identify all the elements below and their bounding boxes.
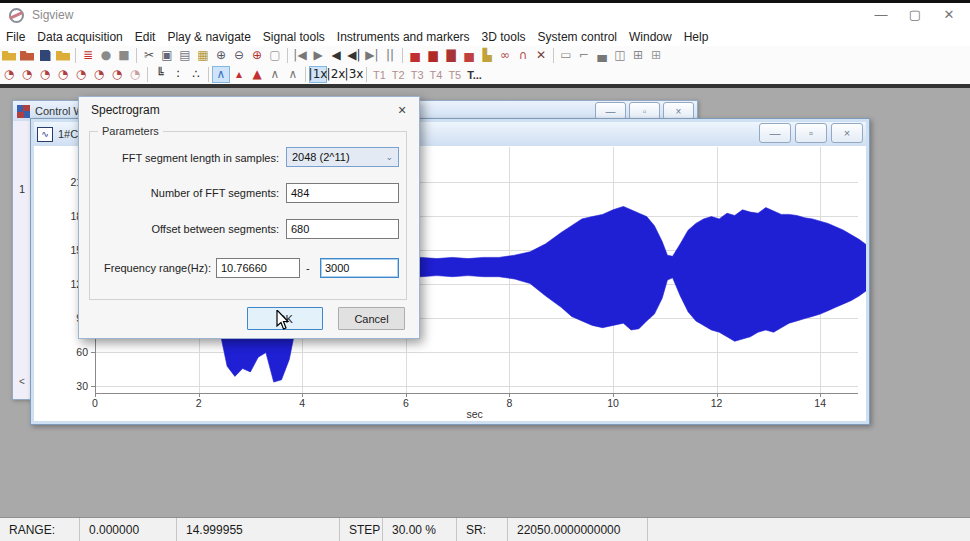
tile-windows-icon[interactable]: ⊞ [647,47,665,64]
control-window-title: Control W [35,105,84,117]
app-maximize-button[interactable]: ▢ [898,3,932,25]
play-audio-icon[interactable]: ◀ [327,47,345,64]
menu-system-control[interactable]: System control [532,30,623,44]
octave-analysis-icon[interactable]: ∩ [514,47,532,64]
menu-edit[interactable]: Edit [129,30,162,44]
go-start-icon[interactable]: |◀ [291,47,309,64]
open-signal-glyph [20,51,34,61]
timer-marker-6-icon[interactable]: ◔ [90,66,108,83]
cancel-button[interactable]: Cancel [338,307,405,330]
timer-marker-7-icon[interactable]: ◔ [108,66,126,83]
menu-play-navigate[interactable]: Play & navigate [161,30,256,44]
zoom-preset-3x-icon[interactable]: |3x [345,66,363,83]
timer-marker-3-icon[interactable]: ◔ [36,66,54,83]
copy-icon[interactable]: ▣ [158,47,176,64]
print-icon[interactable]: ▄ [593,47,611,64]
menu-window[interactable]: Window [623,30,678,44]
peak-outline-icon[interactable]: ∧ [284,66,302,83]
play-audio-marked-icon[interactable]: ◀| [345,47,363,64]
signal-minimize-button[interactable]: — [759,123,791,143]
peak-large-icon[interactable]: ▲ [248,66,266,83]
signal-calculator-icon[interactable]: ✕ [532,47,550,64]
sigview-logo-icon [9,8,24,23]
window-properties-icon[interactable]: ▢ [266,47,284,64]
menu-3d-tools[interactable]: 3D tools [476,30,532,44]
menu-data-acquisition[interactable]: Data acquisition [31,30,128,44]
cascade-windows-icon[interactable]: ⊞ [629,47,647,64]
zoom-in-icon[interactable]: ⊕ [212,47,230,64]
record-icon[interactable]: ● [97,47,115,64]
x-tick-label: 10 [598,397,628,409]
timer-marker-4-icon[interactable]: ◔ [54,66,72,83]
app-minimize-button[interactable]: — [864,3,898,25]
zoom-out-icon[interactable]: ⊖ [230,47,248,64]
trace-button-T1[interactable]: T1 [373,69,386,81]
histogram-icon[interactable]: ▙ [478,47,496,64]
trace-button-T5[interactable]: T5 [448,69,461,81]
collapse-panel-button[interactable]: < [15,373,29,389]
timer-marker-8-icon[interactable]: ◔ [126,66,144,83]
num-segments-input[interactable]: 484 [286,183,399,203]
signal-close-button[interactable]: × [831,123,863,143]
range-separator: - [306,262,310,274]
status-cell-1: 0.000000 [80,518,177,541]
status-cell-5: SR: [457,518,508,541]
zoom-preset-2x-icon[interactable]: |2x [327,66,345,83]
play-icon[interactable]: ▶ [309,47,327,64]
time-fft-icon[interactable]: ▆ [424,47,442,64]
x-tick-label: 2 [184,397,214,409]
link-windows-icon[interactable]: ⌐ [575,47,593,64]
menu-signal-tools[interactable]: Signal tools [257,30,331,44]
trace-button-T[interactable]: T... [467,69,482,81]
cross-spectrum-icon[interactable]: ∞ [496,47,514,64]
open-signal-icon[interactable] [18,47,36,64]
paste-as-image-icon[interactable]: ▦ [194,47,212,64]
menu-instruments-and-markers[interactable]: Instruments and markers [331,30,476,44]
app-close-button[interactable]: ✕ [932,3,966,25]
paste-icon[interactable]: ▤ [176,47,194,64]
peak-detect-icon[interactable]: ∧ [212,66,230,83]
menu-help[interactable]: Help [678,30,715,44]
copy-window-icon[interactable]: ◫ [611,47,629,64]
stop-icon[interactable]: ■ [115,47,133,64]
freq-max-input[interactable]: 3000 [320,258,399,278]
marker-dots-icon[interactable]: ∶ [169,66,187,83]
3d-surface-icon[interactable]: ▅ [460,47,478,64]
toolbar-separator [208,67,209,82]
signal-maximize-button[interactable]: ▫ [795,123,827,143]
timer-marker-1-icon[interactable]: ◔ [0,66,18,83]
open-file-icon[interactable] [0,47,18,64]
toolbar-main: ≣●■✂▣▤▦⊕⊖⊕▢|◀▶◀◀|▶|||▅▆▇▅▙∞∩✕▭⌐▄◫⊞⊞ [0,46,970,65]
x-tickmark [717,393,718,397]
freq-min-input[interactable]: 10.76660 [216,258,300,278]
trace-button-T3[interactable]: T3 [411,69,424,81]
peak-small-icon[interactable]: ▴ [230,66,248,83]
new-window-icon[interactable]: ▭ [557,47,575,64]
offset-input[interactable]: 680 [286,219,399,239]
fft-analyzer-icon[interactable]: ▅ [406,47,424,64]
x-axis [95,393,858,394]
trace-button-T2[interactable]: T2 [392,69,405,81]
signal-list-item-1[interactable]: 1 [13,183,31,195]
chevron-down-icon: ⌄ [385,152,393,162]
trace-button-T4[interactable]: T4 [430,69,443,81]
pause-icon[interactable]: || [381,47,399,64]
timer-marker-5-icon[interactable]: ◔ [72,66,90,83]
timer-marker-2-icon[interactable]: ◔ [18,66,36,83]
signal-series-icon[interactable]: ≣ [79,47,97,64]
valley-detect-icon[interactable]: ∧ [266,66,284,83]
link-signals-icon[interactable]: ╚ [151,66,169,83]
save-icon[interactable] [36,47,54,64]
zoom-preset-1x-icon[interactable]: |1x [309,66,327,83]
open-recent-icon[interactable] [54,47,72,64]
zoom-region-icon[interactable]: ⊕ [248,47,266,64]
signal-tree-icon[interactable]: ∴ [187,66,205,83]
dialog-close-icon[interactable]: × [385,97,419,123]
open-file-glyph [2,51,16,61]
fft-length-select[interactable]: 2048 (2^11) ⌄ [286,147,399,167]
menu-file[interactable]: File [0,30,31,44]
dialog-title: Spectrogram [91,103,160,117]
spectrogram-tool-icon[interactable]: ▇ [442,47,460,64]
go-end-icon[interactable]: ▶| [363,47,381,64]
cut-icon[interactable]: ✂ [140,47,158,64]
